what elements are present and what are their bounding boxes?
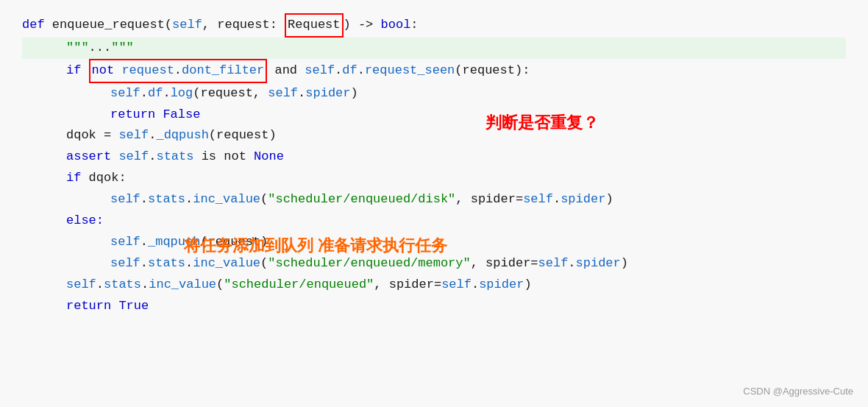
return-type: bool [381,15,411,36]
keyword-if2: if [66,168,89,189]
keyword-return2: return [66,296,118,317]
keyword-assert: assert [66,146,118,168]
filter-check-box: not request.dont_filter [89,59,268,83]
code-line-9: self.stats.inc_value("scheduler/enqueued… [22,189,846,210]
keyword-else: else: [66,210,104,232]
code-line-6: dqok = self._dqpush(request) [22,125,846,146]
function-name: enqueue_request [52,15,165,36]
annotation-add-task: 将任务添加到队列 准备请求执行任务 [184,232,447,259]
code-line-7: assert self.stats is not None [22,146,846,168]
code-line-8: if dqok: [22,168,846,189]
code-line-1: def enqueue_request(self, request: Reque… [22,13,846,38]
keyword-def: def [22,15,52,36]
watermark: CSDN @Aggressive-Cute [743,383,853,400]
false-value: False [163,105,200,126]
code-container: def enqueue_request(self, request: Reque… [0,0,868,407]
code-line-10: else: [22,210,846,232]
param-request: request [217,15,269,36]
annotation-duplicate-check: 判断是否重复？ [485,109,599,136]
code-line-5: return False [22,105,846,126]
code-line-2: """...""" [22,38,846,59]
true-value: True [118,296,149,317]
code-line-3: if not request.dont_filter and self.df.r… [22,59,846,83]
type-hint-request: Request [285,13,343,38]
param-self: self [172,15,202,36]
code-line-13: self.stats.inc_value("scheduler/enqueued… [22,275,846,296]
var-dqok: dqok = [66,125,118,146]
code-line-14: return True [22,296,846,317]
docstring: """ [66,38,89,59]
keyword-if: if [66,60,89,82]
code-line-4: self.df.log(request, self.spider) [22,83,846,105]
keyword-return: return [110,105,163,126]
